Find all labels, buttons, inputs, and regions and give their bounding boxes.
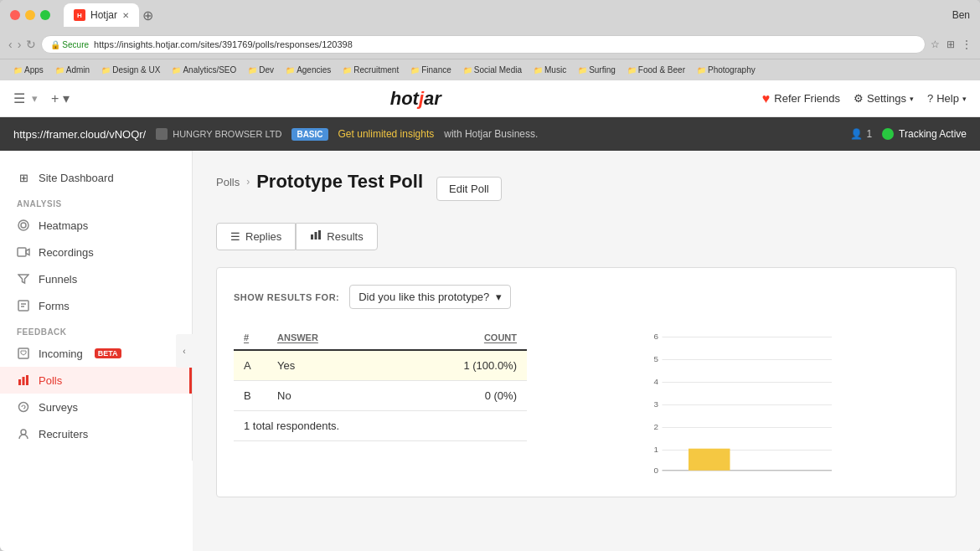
breadcrumb: Polls › Prototype Test Poll [216,171,423,193]
sidebar-item-heatmaps[interactable]: Heatmaps [0,212,192,239]
help-button[interactable]: ? Help ▾ [927,92,967,105]
breadcrumb-polls-link[interactable]: Polls [216,176,240,188]
app-container: ☰ ▾ + ▾ hotjar ♥ Refer Friends ⚙ Setting… [0,80,980,551]
bookmark-photography[interactable]: Photography [692,64,761,76]
sidebar-toggle-icon[interactable]: ☰ [13,90,25,106]
tracking-status-text: Tracking Active [899,128,967,140]
sidebar-collapse-button[interactable]: ‹ [176,334,193,368]
svg-point-8 [19,403,28,412]
col-count-header: COUNT [385,326,527,350]
bookmark-music[interactable]: Music [529,64,571,76]
gear-icon: ⚙ [854,92,864,105]
svg-rect-6 [23,377,25,385]
bookmark-recruitment[interactable]: Recruitment [338,64,404,76]
maximize-button[interactable] [40,10,50,20]
heart-icon: ♥ [762,91,771,106]
main-content: Polls › Prototype Test Poll Edit Poll ☰ … [193,151,980,551]
settings-chevron: ▾ [910,95,914,103]
add-button[interactable]: + ▾ [51,90,70,106]
svg-point-1 [21,223,26,228]
site-bar: https://framer.cloud/vNOQr/ HUNGRY BROWS… [0,117,980,151]
edit-poll-button[interactable]: Edit Poll [436,177,502,201]
sidebar-item-polls[interactable]: Polls [0,367,192,394]
company-name: HUNGRY BROWSER LTD [173,129,281,139]
page-header: Polls › Prototype Test Poll Edit Poll [216,171,957,206]
bookmark-design[interactable]: Design & UX [96,64,165,76]
tab-close-button[interactable]: ✕ [122,11,129,20]
minimize-button[interactable] [25,10,35,20]
bookmark-surfing[interactable]: Surfing [573,64,621,76]
tab-title: Hotjar [90,9,117,21]
settings-button[interactable]: ⚙ Settings ▾ [854,92,914,105]
refer-friends-button[interactable]: ♥ Refer Friends [762,91,840,106]
sidebar-item-recruiters[interactable]: Recruiters [0,420,192,447]
bookmark-dev[interactable]: Dev [243,64,279,76]
svg-rect-10 [311,234,313,239]
svg-point-0 [18,220,28,230]
svg-rect-4 [18,348,28,358]
heatmaps-icon [17,219,30,232]
site-name-badge: HUNGRY BROWSER LTD [156,128,281,140]
bookmark-icon[interactable]: ☆ [931,39,940,50]
svg-text:5: 5 [654,354,659,363]
funnels-icon [17,272,30,286]
breadcrumb-arrow: › [246,176,250,188]
table-row-a: A Yes 1 (100.0%) [234,350,527,381]
row-b-num: B [234,381,267,411]
sidebar-item-recordings[interactable]: Recordings [0,239,192,265]
bookmarks-bar: Apps Admin Design & UX Analytics/SEO Dev… [0,59,980,80]
secure-badge: 🔒 Secure [50,40,89,49]
extensions-icon[interactable]: ⊞ [946,39,955,50]
tab-results[interactable]: Results [296,223,377,250]
new-tab-button[interactable]: ⊕ [142,8,153,23]
bar-chart: 6 5 4 3 2 1 0 [552,326,931,476]
forward-button[interactable]: › [18,38,22,51]
incoming-icon [17,347,30,360]
plan-badge: BASIC [291,128,328,141]
dashboard-icon: ⊞ [17,171,30,184]
bookmark-agencies[interactable]: Agencies [281,64,336,76]
results-card: SHOW RESULTS FOR: Did you like this prot… [216,267,957,497]
svg-rect-12 [318,230,321,239]
sidebar-item-surveys[interactable]: Surveys [0,394,192,420]
sidebar-item-forms[interactable]: Forms [0,292,192,319]
nav-right: ♥ Refer Friends ⚙ Settings ▾ ? Help ▾ [762,91,967,106]
site-bar-right: 👤 1 Tracking Active [850,128,967,140]
back-button[interactable]: ‹ [8,38,13,51]
sidebar-item-site-dashboard[interactable]: ⊞ Site Dashboard [0,164,192,191]
site-url[interactable]: https://framer.cloud/vNOQr/ [13,128,146,141]
svg-rect-2 [18,248,26,256]
results-chart-icon [310,230,322,243]
col-answer-header: ANSWER [267,326,385,350]
results-table: # ANSWER COUNT A Yes 1 (100. [234,326,527,441]
bar-a [689,449,730,471]
address-bar: ‹ › ↻ 🔒 Secure https://insights.hotjar.c… [0,30,980,59]
bookmark-social[interactable]: Social Media [458,64,527,76]
tab-replies[interactable]: ☰ Replies [216,223,296,250]
address-url: https://insights.hotjar.com/sites/391769… [94,39,353,49]
close-button[interactable] [10,10,20,20]
total-row: 1 total respondents. [234,411,527,441]
table-row-b: B No 0 (0%) [234,381,527,411]
menu-icon[interactable]: ⋮ [962,39,972,50]
bookmark-finance[interactable]: Finance [405,64,456,76]
bookmark-admin[interactable]: Admin [50,64,95,76]
bookmark-analytics[interactable]: Analytics/SEO [167,64,241,76]
show-results-label: SHOW RESULTS FOR: [234,292,339,302]
hotjar-logo: hotjar [390,88,441,110]
unlimited-link[interactable]: Get unlimited insights [338,128,435,140]
help-chevron: ▾ [962,95,967,103]
tabs: ☰ Replies Results [216,223,957,250]
svg-text:0: 0 [654,466,659,475]
address-input[interactable]: 🔒 Secure https://insights.hotjar.com/sit… [41,35,926,54]
bookmark-apps[interactable]: Apps [8,64,49,76]
sidebar-item-funnels[interactable]: Funnels [0,265,192,292]
svg-text:2: 2 [654,422,659,431]
browser-tab[interactable]: H Hotjar ✕ [64,3,139,27]
results-dropdown[interactable]: Did you like this prototype? ▾ [349,285,511,309]
reload-button[interactable]: ↻ [26,38,36,51]
help-icon: ? [927,92,933,105]
sidebar-item-incoming[interactable]: Incoming BETA [0,340,192,367]
bookmark-food[interactable]: Food & Beer [622,64,690,76]
recordings-icon [17,245,30,259]
